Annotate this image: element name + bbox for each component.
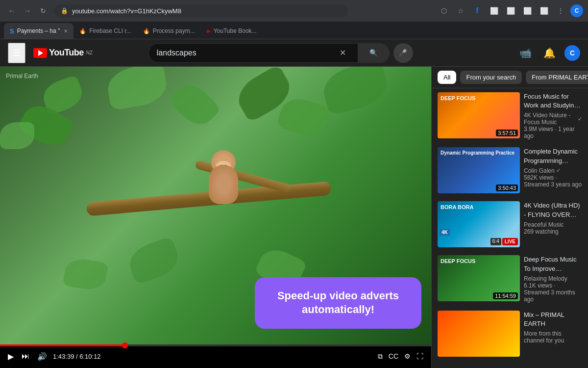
profile-avatar[interactable]: C [570, 4, 583, 17]
tab-payments[interactable]: S Payments – ha " ✕ [4, 23, 74, 39]
tab-label-2: Firebase CLI r... [89, 27, 131, 34]
verified-icon-2: ✓ [556, 167, 561, 174]
address-bar[interactable]: 🔒 youtube.com/watch?v=G1hKzCkywM8 [54, 4, 348, 18]
speedup-popup: Speed-up video adverts automatically! [255, 277, 421, 329]
nav-buttons: ← → ↻ [5, 4, 50, 18]
thumb-text-3: BORA BORA [438, 201, 476, 213]
meta-3: 269 watching [524, 228, 582, 235]
video-info-3: 4K Video (Ultra HD) - FLYING OVER BORA B… [524, 201, 582, 247]
video-title-3: 4K Video (Ultra HD) - FLYING OVER BORA B… [524, 201, 582, 219]
video-controls: ▶ ⏭ 🔊 1:43:39 / 6:10:12 ⧉ CC ⚙ ⛶ [0, 344, 431, 368]
ext3-button[interactable]: ⬜ [520, 4, 534, 18]
meta-4: 6.1K views · Streamed 3 months ago [524, 282, 582, 303]
yt-avatar[interactable]: C [564, 45, 580, 61]
miniplayer-button[interactable]: ⧉ [376, 350, 385, 363]
progress-dot [122, 342, 128, 348]
video-info-1: Focus Music for Work and Studying - 4 Ho… [524, 92, 582, 139]
notifications-button[interactable]: 🔔 [540, 44, 559, 62]
fullscreen-button[interactable]: ⛶ [415, 350, 425, 362]
play-button[interactable]: ▶ [6, 350, 16, 363]
create-button[interactable]: 📹 [516, 44, 535, 62]
next-button[interactable]: ⏭ [20, 350, 31, 363]
lock-icon: 🔒 [61, 7, 68, 14]
channel-5: More from this channel for you [524, 330, 582, 344]
star-button[interactable]: ☆ [454, 4, 467, 18]
speedup-text: Speed-up video adverts automatically! [277, 289, 399, 316]
tab-close-1[interactable]: ✕ [64, 28, 68, 34]
list-item[interactable]: DEEP FOCUS 3:57:51 Focus Music for Work … [432, 88, 588, 143]
list-item[interactable]: BORA BORA 4K 6:4 LIVE 4K Video (Ultra HD… [432, 197, 588, 251]
progress-track[interactable] [0, 344, 431, 346]
hamburger-button[interactable]: ☰ [8, 43, 25, 63]
tab-favicon-2: 🔥 [79, 28, 86, 34]
video-info-5: Mix – PRIMAL EARTH More from this channe… [524, 311, 582, 357]
filter-bar: All From your search From PRIMAL EARTH › [432, 67, 588, 88]
video-container: Primal Earth ▶ ⏭ 🔊 1:43:39 / 6:10:12 ⧉ C… [0, 67, 431, 368]
monkey [194, 150, 253, 219]
settings-button[interactable]: ⚙ [402, 350, 413, 362]
menu-button[interactable]: ⋮ [554, 4, 567, 18]
channel-1: 4K Video Nature - Focus Music ✓ [524, 112, 582, 126]
browser-actions: ⬡ ☆ f ⬜ ⬜ ⬜ ⬜ ⋮ C [437, 4, 583, 18]
thumbnail-3: BORA BORA 4K 6:4 LIVE [438, 201, 520, 247]
tab-label-3: Process paym... [153, 27, 195, 34]
list-item[interactable]: Mix – PRIMAL EARTH More from this channe… [432, 307, 588, 361]
video-title-5: Mix – PRIMAL EARTH [524, 311, 582, 328]
fb-icon[interactable]: f [470, 4, 484, 18]
list-item[interactable]: Dynamic Programming Practice 3:50:43 Com… [432, 143, 588, 197]
thumb-text-4: DEEP FOCUS [438, 255, 478, 267]
meta-2: 582K views · Streamed 3 years ago [524, 174, 582, 188]
video-title-4: Deep Focus Music To Improve Concentratio… [524, 255, 582, 273]
subtitles-button[interactable]: CC [387, 350, 400, 362]
extensions-button[interactable]: ⬡ [437, 4, 451, 18]
duration-4: 11:54:59 [493, 292, 518, 299]
search-input[interactable] [157, 49, 336, 57]
tab-firebase[interactable]: 🔥 Firebase CLI r... [74, 23, 137, 39]
thumb-text-1: DEEP FOCUS [438, 92, 478, 105]
live-badge: LIVE [502, 238, 518, 245]
filter-primal-earth[interactable]: From PRIMAL EARTH [526, 71, 588, 84]
tab-favicon-1: S [10, 27, 14, 35]
yt-header: ☰ YouTube NZ ✕ 🔍 🎤 📹 🔔 C [0, 39, 588, 67]
yt-main: Primal Earth ▶ ⏭ 🔊 1:43:39 / 6:10:12 ⧉ C… [0, 67, 588, 368]
leaf-6 [0, 122, 34, 149]
video-title-1: Focus Music for Work and Studying - 4 Ho… [524, 92, 582, 110]
filter-from-search[interactable]: From your search [460, 71, 522, 84]
monkey-body [209, 165, 238, 204]
search-clear-button[interactable]: ✕ [336, 48, 350, 57]
search-button[interactable]: 🔍 [358, 43, 390, 63]
yt-logo-text: YouTube [49, 48, 84, 58]
search-input-wrap[interactable]: ✕ [148, 43, 358, 63]
video-info-2: Complete Dynamic Programming Practice - … [524, 147, 582, 193]
thumb-bg-5 [438, 311, 520, 357]
list-item[interactable]: DEEP FOCUS 11:54:59 Deep Focus Music To … [432, 251, 588, 306]
channel-4: Relaxing Melody [524, 275, 582, 282]
live-badges: 6:4 LIVE [490, 238, 518, 245]
thumbnail-5 [438, 311, 520, 357]
yt-logo[interactable]: YouTube NZ [33, 48, 93, 58]
duration-2: 3:50:43 [496, 184, 518, 191]
search-icon: 🔍 [369, 49, 378, 56]
4k-badge: 4K [440, 229, 450, 236]
mic-button[interactable]: 🎤 [393, 43, 413, 63]
progress-fill [0, 344, 125, 346]
duration-1: 3:57:51 [496, 130, 518, 136]
forward-button[interactable]: → [21, 4, 34, 18]
ext1-button[interactable]: ⬜ [487, 4, 501, 18]
tabs-bar: S Payments – ha " ✕ 🔥 Firebase CLI r... … [0, 22, 588, 39]
back-button[interactable]: ← [5, 4, 19, 18]
live-num: 6:4 [490, 238, 501, 245]
time-display: 1:43:39 / 6:10:12 [53, 353, 101, 360]
tab-process[interactable]: 🔥 Process paym... [137, 23, 201, 39]
filter-all[interactable]: All [438, 71, 456, 84]
tab-label-4: YouTube Book... [214, 27, 257, 34]
ext2-button[interactable]: ⬜ [504, 4, 517, 18]
tab-favicon-3: 🔥 [143, 28, 150, 34]
refresh-button[interactable]: ↻ [36, 4, 50, 18]
video-title-2: Complete Dynamic Programming Practice - … [524, 147, 582, 165]
mute-button[interactable]: 🔊 [35, 350, 49, 363]
ext4-button[interactable]: ⬜ [537, 4, 551, 18]
thumbnail-2: Dynamic Programming Practice 3:50:43 [438, 147, 520, 193]
channel-3: Peaceful Music [524, 221, 582, 228]
tab-youtube-book[interactable]: ▶ YouTube Book... [201, 23, 263, 39]
